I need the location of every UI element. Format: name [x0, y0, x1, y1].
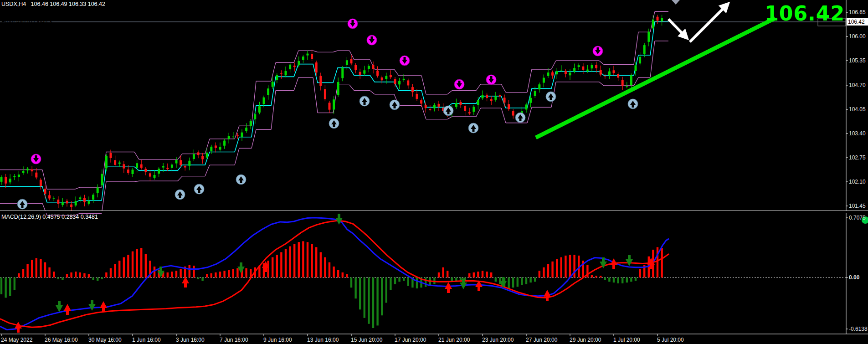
candle[interactable] — [560, 70, 562, 71]
candle[interactable] — [66, 201, 68, 204]
candle[interactable] — [372, 65, 375, 69]
candle[interactable] — [250, 121, 252, 126]
candle[interactable] — [613, 70, 615, 73]
candle[interactable] — [329, 103, 331, 109]
candle[interactable] — [236, 135, 239, 136]
candle[interactable] — [525, 104, 528, 109]
candle[interactable] — [144, 169, 147, 172]
candle[interactable] — [490, 99, 493, 101]
candle[interactable] — [433, 105, 436, 108]
candle[interactable] — [464, 106, 466, 111]
chart-canvas[interactable] — [0, 0, 868, 344]
candle[interactable] — [48, 195, 51, 198]
candle[interactable] — [643, 45, 646, 54]
candle[interactable] — [132, 169, 134, 174]
candle[interactable] — [376, 71, 379, 76]
candle[interactable] — [635, 66, 637, 71]
candle[interactable] — [595, 65, 597, 68]
candle[interactable] — [586, 70, 589, 71]
candle[interactable] — [9, 179, 11, 182]
candle[interactable] — [600, 70, 602, 75]
candle[interactable] — [53, 198, 55, 199]
candle[interactable] — [354, 65, 357, 70]
trendline[interactable] — [536, 18, 775, 138]
candle[interactable] — [298, 61, 300, 65]
candle[interactable] — [241, 133, 243, 137]
candle[interactable] — [123, 164, 125, 168]
candle[interactable] — [639, 57, 641, 64]
candle[interactable] — [263, 98, 265, 104]
candle[interactable] — [127, 169, 129, 173]
candle[interactable] — [62, 202, 64, 205]
candle[interactable] — [166, 168, 169, 169]
candle[interactable] — [206, 153, 208, 158]
candle[interactable] — [70, 205, 72, 207]
candle[interactable] — [0, 177, 3, 182]
candle[interactable] — [219, 147, 221, 150]
candle[interactable] — [411, 87, 414, 92]
candle[interactable] — [193, 154, 195, 159]
candle[interactable] — [482, 95, 484, 98]
candle[interactable] — [604, 76, 606, 77]
candle[interactable] — [416, 94, 418, 99]
candle[interactable] — [455, 103, 457, 107]
candle[interactable] — [118, 163, 121, 164]
candle[interactable] — [26, 169, 29, 170]
candle[interactable] — [88, 201, 90, 204]
candle[interactable] — [529, 98, 532, 103]
candle[interactable] — [468, 112, 471, 113]
panel-separator[interactable] — [0, 211, 868, 213]
candle[interactable] — [538, 84, 540, 89]
candle[interactable] — [626, 86, 628, 87]
candle[interactable] — [503, 98, 506, 103]
candle[interactable] — [350, 59, 353, 64]
candle[interactable] — [547, 72, 550, 76]
candle[interactable] — [184, 166, 186, 168]
candle[interactable] — [31, 169, 33, 172]
candle[interactable] — [175, 160, 178, 163]
candle[interactable] — [661, 18, 663, 21]
candle[interactable] — [390, 75, 392, 77]
candle[interactable] — [486, 95, 488, 98]
candle[interactable] — [429, 109, 431, 110]
candle[interactable] — [162, 166, 164, 168]
candle[interactable] — [438, 104, 440, 107]
candle[interactable] — [324, 89, 326, 99]
candle[interactable] — [276, 75, 278, 80]
candle[interactable] — [512, 111, 514, 115]
candle[interactable] — [232, 137, 234, 138]
candle[interactable] — [346, 60, 348, 65]
candle[interactable] — [289, 65, 291, 70]
candle[interactable] — [101, 174, 103, 185]
candle[interactable] — [398, 81, 401, 84]
candle[interactable] — [652, 20, 654, 29]
candle[interactable] — [228, 136, 230, 139]
candle[interactable] — [154, 175, 156, 178]
candle[interactable] — [35, 173, 37, 178]
candle[interactable] — [83, 198, 86, 202]
candle[interactable] — [180, 160, 182, 165]
candle[interactable] — [110, 153, 112, 158]
candle[interactable] — [591, 65, 593, 68]
candle[interactable] — [551, 72, 554, 76]
candle[interactable] — [57, 200, 59, 204]
candle[interactable] — [293, 66, 296, 67]
candle[interactable] — [210, 147, 212, 151]
candle[interactable] — [280, 73, 282, 74]
candle[interactable] — [394, 79, 396, 84]
candle[interactable] — [136, 163, 138, 168]
candle[interactable] — [307, 54, 309, 56]
candle[interactable] — [79, 197, 81, 199]
candle[interactable] — [188, 161, 190, 166]
candle[interactable] — [381, 77, 383, 80]
candle[interactable] — [621, 80, 624, 86]
candle[interactable] — [18, 175, 20, 177]
candle[interactable] — [608, 72, 611, 75]
candle[interactable] — [573, 68, 575, 71]
candle[interactable] — [337, 82, 339, 95]
candle[interactable] — [460, 102, 462, 105]
candle[interactable] — [149, 173, 151, 176]
candle[interactable] — [407, 80, 409, 85]
candle[interactable] — [75, 201, 77, 205]
candle[interactable] — [569, 72, 571, 75]
